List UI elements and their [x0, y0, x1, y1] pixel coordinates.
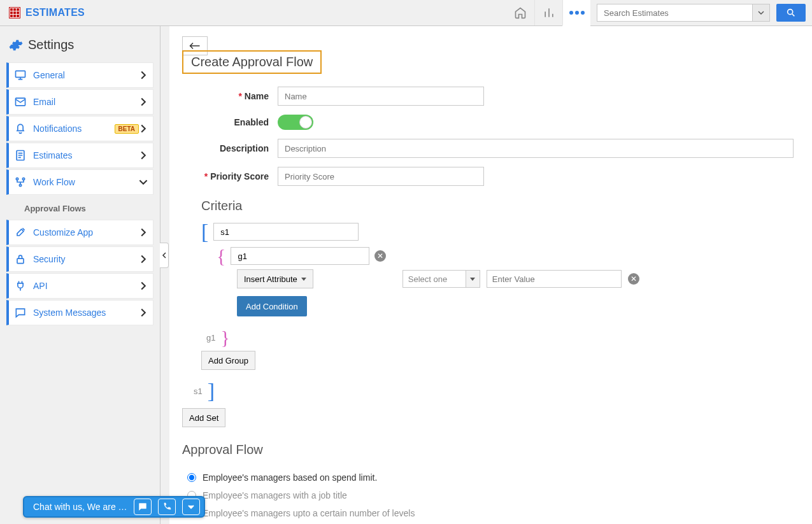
group-close-row: g1 } — [204, 328, 799, 347]
add-condition-button[interactable]: Add Condition — [237, 296, 307, 316]
sidebar-item-email[interactable]: Email — [6, 89, 153, 115]
group-name-input[interactable] — [231, 247, 369, 265]
bracket-close-icon: ] — [208, 380, 215, 402]
dots-icon — [569, 11, 585, 15]
topbar-icons — [506, 0, 590, 25]
description-input[interactable] — [278, 139, 794, 158]
chat-collapse-icon[interactable] — [182, 499, 200, 515]
chevron-right-icon — [139, 228, 148, 237]
chevron-right-icon — [139, 308, 148, 317]
form-row-name: *Name — [182, 87, 799, 106]
sidebar-item-notifications[interactable]: Notifications BETA — [6, 116, 153, 141]
af-option-label: Employee's managers with a job title — [203, 490, 347, 500]
brace-open-icon: { — [217, 246, 225, 266]
sidebar-subhead: Approval Flows — [6, 196, 153, 220]
sidebar-collapse-button[interactable] — [160, 243, 169, 268]
sidebar-item-customize[interactable]: Customize App — [6, 220, 153, 245]
set-close-label: s1 — [194, 386, 203, 396]
form-row-priority: *Priority Score — [182, 167, 799, 186]
priority-input[interactable] — [278, 167, 484, 186]
main-content: Create Approval Flow *Name Enabled Descr… — [169, 26, 812, 524]
add-set-button[interactable]: Add Set — [182, 408, 225, 427]
sidebar-item-label: Email — [33, 97, 139, 107]
form-row-description: Description — [182, 139, 799, 158]
sidebar-item-api[interactable]: API — [6, 273, 153, 299]
af-option-2[interactable]: Employee's managers with a job title — [182, 486, 799, 504]
beta-badge: BETA — [115, 124, 139, 134]
svg-rect-1 — [16, 71, 25, 77]
approval-flow-section: Approval Flow Employee's managers based … — [182, 443, 799, 522]
chat-widget[interactable]: Chat with us, We are … — [23, 496, 205, 518]
sidebar-item-estimates[interactable]: Estimates — [6, 143, 153, 168]
svg-point-5 — [22, 178, 24, 180]
gear-icon — [9, 38, 23, 52]
set-name-input[interactable] — [213, 223, 359, 241]
af-option-3[interactable]: Employee's managers upto a certain numbe… — [182, 504, 799, 522]
af-option-1[interactable]: Employee's managers based on spend limit… — [182, 469, 799, 486]
name-label: Name — [245, 91, 269, 101]
set-close-row: s1 ] — [191, 380, 799, 402]
condition-row: Insert Attribute Select one ✕ — [237, 269, 799, 288]
sidebar-item-label: General — [33, 70, 139, 80]
search-box — [597, 4, 770, 22]
chevron-right-icon — [139, 71, 148, 80]
priority-label: Priority Score — [210, 171, 269, 181]
sidebar-item-workflow[interactable]: Work Flow — [6, 169, 153, 195]
sidebar-item-label: API — [33, 281, 139, 291]
chevron-down-icon — [139, 178, 148, 187]
reports-icon[interactable] — [534, 0, 562, 25]
more-icon[interactable] — [562, 0, 590, 26]
sidebar: Settings General Email Notifications BET… — [0, 26, 160, 524]
af-option-label: Employee's managers based on spend limit… — [203, 472, 377, 483]
description-label: Description — [220, 143, 269, 153]
topbar: ESTIMATES — [0, 0, 812, 26]
add-group-button[interactable]: Add Group — [201, 351, 255, 370]
sidebar-item-general[interactable]: General — [6, 62, 153, 88]
sidebar-item-label: System Messages — [33, 308, 139, 318]
svg-rect-7 — [17, 258, 24, 264]
chevron-right-icon — [139, 151, 148, 160]
name-input[interactable] — [278, 87, 484, 106]
search-input[interactable] — [597, 4, 770, 22]
page-title: Create Approval Flow — [182, 50, 322, 74]
bracket-open-icon: [ — [201, 221, 208, 243]
enabled-label: Enabled — [234, 117, 269, 127]
home-icon[interactable] — [506, 0, 534, 25]
svg-point-4 — [16, 178, 18, 180]
settings-title: Settings — [28, 38, 74, 52]
approval-flow-title: Approval Flow — [182, 443, 799, 457]
envelope-icon — [14, 96, 27, 108]
dropdown-icon — [466, 271, 480, 287]
sidebar-item-label: Work Flow — [33, 177, 139, 187]
search-button[interactable] — [776, 4, 806, 22]
remove-condition-button[interactable]: ✕ — [628, 273, 639, 285]
monitor-icon — [14, 69, 27, 81]
plug-icon — [14, 280, 27, 292]
document-icon — [14, 149, 27, 162]
form-row-enabled: Enabled — [182, 115, 799, 130]
remove-group-button[interactable]: ✕ — [374, 250, 386, 262]
brace-close-icon: } — [220, 328, 229, 347]
chat-phone-icon[interactable] — [158, 499, 176, 515]
value-input[interactable] — [487, 270, 622, 288]
caret-down-icon — [301, 278, 306, 281]
operator-select-label: Select one — [403, 274, 466, 284]
af-radio-1[interactable] — [187, 473, 196, 482]
group-open-row: { ✕ — [217, 246, 799, 266]
brand-icon — [9, 7, 20, 18]
sidebar-item-label: Estimates — [33, 150, 139, 160]
sidebar-item-label: Customize App — [33, 227, 139, 237]
chevron-right-icon — [139, 281, 148, 290]
svg-point-6 — [19, 184, 21, 186]
workflow-icon — [14, 176, 27, 188]
brand-text: ESTIMATES — [25, 7, 85, 18]
operator-select[interactable]: Select one — [402, 270, 480, 288]
sidebar-item-security[interactable]: Security — [6, 246, 153, 272]
insert-attribute-button[interactable]: Insert Attribute — [237, 269, 313, 288]
search-dropdown[interactable] — [752, 4, 770, 22]
tools-icon — [14, 226, 27, 239]
sidebar-item-messages[interactable]: System Messages — [6, 300, 153, 325]
brand[interactable]: ESTIMATES — [9, 7, 85, 18]
enabled-toggle[interactable] — [278, 115, 313, 130]
chat-message-icon[interactable] — [134, 499, 152, 515]
